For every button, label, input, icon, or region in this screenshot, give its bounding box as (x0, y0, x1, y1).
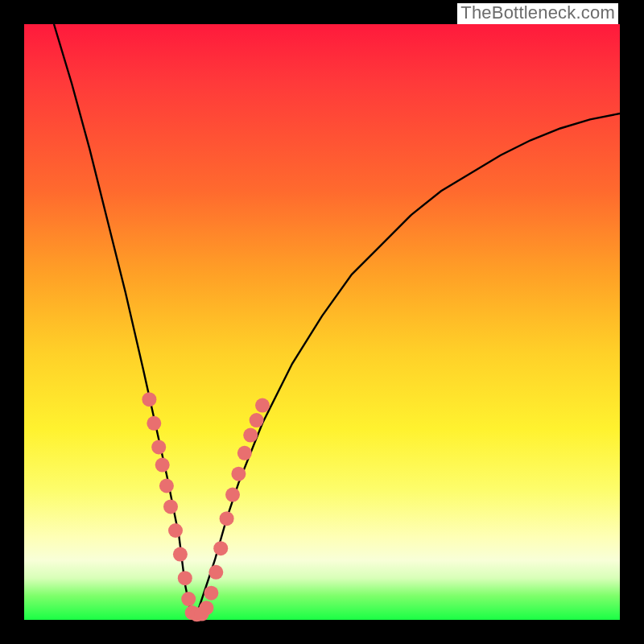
data-dot (147, 416, 161, 431)
data-dot (243, 428, 258, 443)
data-dot (199, 601, 213, 615)
data-dot (255, 398, 270, 413)
data-dot (208, 565, 223, 580)
data-dot (163, 499, 178, 514)
plot-area (24, 24, 620, 620)
data-dot (250, 413, 264, 427)
data-dot (220, 511, 234, 526)
data-dot (142, 392, 156, 407)
watermark-text: TheBottleneck.com (457, 3, 618, 24)
data-dot (155, 458, 170, 473)
chart-svg (24, 24, 620, 620)
data-dot (159, 479, 174, 493)
data-dot (173, 547, 188, 562)
data-dot (213, 541, 228, 555)
data-dot (181, 592, 196, 606)
data-dot (231, 467, 246, 481)
data-dot (225, 488, 240, 502)
data-dot (237, 446, 252, 460)
data-dot (168, 523, 183, 538)
bottleneck-curve (54, 24, 620, 614)
chart-frame: TheBottleneck.com (0, 0, 644, 644)
data-dot (151, 440, 166, 454)
data-dot (204, 586, 218, 601)
data-dot (178, 571, 192, 585)
